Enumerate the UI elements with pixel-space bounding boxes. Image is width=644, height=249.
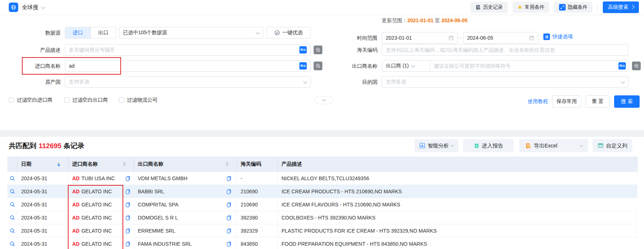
checkbox-icon[interactable]	[64, 98, 69, 103]
header-detail-column	[7, 157, 18, 172]
header-importer[interactable]: 进口商名称	[69, 157, 134, 172]
translate-icon[interactable]: 中A	[618, 62, 626, 70]
hs-code-input[interactable]	[382, 44, 628, 56]
importer-cell: AD GELATO INC	[69, 237, 134, 249]
tab-import[interactable]: 进口	[65, 27, 90, 38]
importer-field[interactable]	[69, 63, 299, 69]
date-end-input[interactable]	[463, 32, 538, 44]
table-row[interactable]: 2024-05-31 AD GELATO INC DOMOGEL S R L 3…	[7, 211, 637, 224]
save-favorite-button[interactable]: 保存常用	[552, 95, 581, 108]
reset-button[interactable]: 重 置	[586, 95, 610, 108]
row-detail-cell[interactable]	[7, 224, 18, 237]
report-notepad-icon	[474, 143, 480, 149]
tab-export[interactable]: 出口	[90, 27, 116, 38]
header-hs-code: 海关编码	[237, 157, 278, 172]
destination-select[interactable]: 支持多选	[382, 76, 628, 88]
copy-icon[interactable]	[125, 202, 131, 207]
exporter-cell: DOMOGEL S R L	[134, 211, 237, 224]
copy-icon[interactable]	[226, 175, 232, 181]
calendar-icon	[449, 35, 454, 40]
row-detail-cell[interactable]	[7, 198, 18, 211]
exclude-filter-button[interactable]	[632, 62, 641, 70]
section-divider	[0, 130, 644, 137]
copy-icon[interactable]	[125, 189, 131, 194]
chevron-down-icon	[256, 30, 260, 34]
date-end-field[interactable]	[467, 35, 529, 41]
origin-select[interactable]: 支持多选	[65, 76, 311, 88]
row-detail-cell[interactable]	[7, 237, 18, 249]
time-range-label: 时间范围	[334, 32, 377, 44]
hs-code-field[interactable]	[386, 47, 624, 53]
table-row[interactable]: 2024-05-31 AD GELATO INC ERREMME SRL 392…	[7, 224, 637, 237]
copy-icon[interactable]	[226, 202, 232, 207]
header-date[interactable]: 日期	[18, 157, 69, 172]
advanced-search-button[interactable]: 高级搜索	[603, 1, 639, 13]
date-cell: 2024-05-31	[18, 211, 69, 224]
export-excel-button[interactable]: 导出Excel	[519, 139, 588, 152]
row-detail-cell[interactable]	[7, 211, 18, 224]
exporter-type-select[interactable]: 出口商 (1)	[382, 60, 430, 71]
exclude-filter-icon	[634, 63, 639, 69]
exclude-filter-button[interactable]	[314, 62, 322, 70]
importer-cell: AD GELATO INC	[69, 185, 134, 198]
table-row[interactable]: 2024-05-31 AD GELATO INC BABBI SRL 21069…	[7, 185, 637, 198]
exporter-cell: BABBI SRL	[134, 185, 237, 198]
collapse-form-button[interactable]	[314, 96, 333, 104]
favorites-button[interactable]: ★ 常用条件	[513, 2, 549, 13]
hide-conditions-button[interactable]: 隐藏条件	[554, 2, 592, 13]
enter-report-button[interactable]: 进入报告	[463, 139, 513, 152]
quick-options-link[interactable]: 快捷选项	[543, 33, 573, 40]
data-source-select[interactable]: 已选中105个数据源	[119, 27, 263, 39]
copy-icon[interactable]	[226, 189, 232, 194]
results-table: 日期 进口商名称 出口商名称 海关编码 产品描述 2024-05-31	[7, 157, 637, 249]
date-cell: 2024-05-31	[18, 185, 69, 198]
search-button[interactable]: 搜 索	[614, 95, 640, 108]
product-desc-field[interactable]	[69, 47, 299, 53]
copy-icon[interactable]	[125, 175, 131, 181]
smart-analysis-button[interactable]: 智能分析	[415, 139, 458, 152]
one-click-optimize-button[interactable]: 一键优选	[266, 27, 311, 39]
copy-icon[interactable]	[226, 215, 232, 220]
hs-code-cell: -	[237, 172, 278, 185]
exclude-filter-button[interactable]	[314, 46, 322, 54]
row-detail-cell[interactable]	[7, 185, 18, 198]
app-switch-chevron-icon[interactable]	[41, 5, 45, 9]
copy-icon[interactable]	[125, 241, 131, 246]
topbar: 全球搜 历史记录 ★ 常用条件 隐藏条件 高级搜索	[0, 0, 644, 15]
table-row[interactable]: 2024-05-31 AD GELATO INC COMPRITAL SPA 2…	[7, 198, 637, 211]
importer-input[interactable]: 中A	[65, 60, 311, 72]
product-desc-cell: NICKEL ALLOY BELTS,TCLU3249356	[278, 172, 637, 185]
custom-columns-button[interactable]: 自定义列	[593, 139, 632, 152]
bi-chart-icon	[419, 143, 425, 149]
date-start-field[interactable]	[386, 35, 449, 41]
tutorial-link[interactable]: 使用教程	[528, 98, 548, 105]
copy-icon[interactable]	[226, 241, 232, 246]
header-exporter[interactable]: 出口商名称	[134, 157, 237, 172]
copy-icon[interactable]	[125, 228, 131, 233]
filter-logistics-checkbox[interactable]: 过滤物流公司	[119, 97, 158, 103]
sort-icons-importer[interactable]	[123, 162, 126, 166]
row-detail-cell[interactable]	[7, 172, 18, 185]
date-cell: 2024-05-31	[18, 237, 69, 249]
history-button[interactable]: 历史记录	[470, 2, 508, 13]
translate-icon[interactable]: 中A	[299, 62, 307, 70]
checkbox-icon[interactable]	[119, 98, 124, 103]
copy-icon[interactable]	[226, 228, 232, 233]
product-desc-input[interactable]: 中A	[65, 44, 311, 56]
translate-icon[interactable]: 中A	[299, 46, 307, 54]
chevron-down-icon[interactable]	[580, 143, 583, 146]
chevron-down-icon	[322, 97, 326, 101]
exporter-field[interactable]	[430, 63, 618, 69]
sort-icons-date[interactable]	[57, 162, 60, 166]
hs-code-cell: 843850	[237, 237, 278, 249]
importer-cell: AD GELATO INC	[69, 198, 134, 211]
filter-blank-exporter-checkbox[interactable]: 过滤空白出口商	[64, 97, 108, 103]
table-row[interactable]: 2024-05-31 AD TUBI USA INC VDM METALS GM…	[7, 172, 637, 185]
filter-blank-importer-checkbox[interactable]: 过滤空白进口商	[9, 97, 53, 103]
app-title: 全球搜	[22, 4, 38, 11]
date-start-input[interactable]	[382, 32, 458, 44]
table-row[interactable]: 2024-05-31 AD GELATO INC FAMA INDUSTRIE …	[7, 237, 637, 249]
sort-icons-exporter[interactable]	[226, 162, 229, 166]
checkbox-icon[interactable]	[9, 98, 14, 103]
copy-icon[interactable]	[125, 215, 131, 220]
